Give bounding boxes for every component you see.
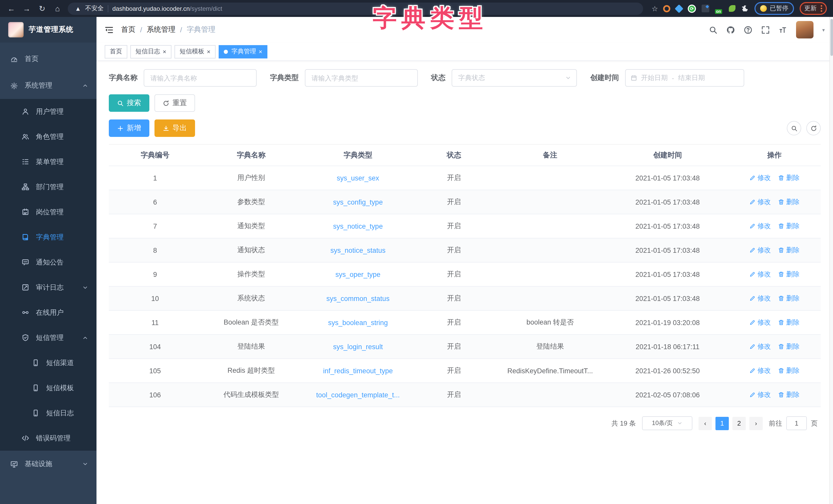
sidebar-item-error-code-management[interactable]: 错误码管理 bbox=[0, 426, 96, 451]
dict-name-input[interactable] bbox=[144, 69, 257, 87]
sidebar-item-infrastructure[interactable]: 基础设施 bbox=[0, 451, 96, 477]
sidebar-item-dict-management[interactable]: 字典管理 bbox=[0, 225, 96, 250]
browser-home-icon[interactable]: ⌂ bbox=[52, 4, 63, 13]
dict-type-link[interactable]: sys_notice_type bbox=[333, 222, 383, 230]
dict-type-link[interactable]: sys_login_result bbox=[333, 343, 383, 350]
tab-home[interactable]: 首页 bbox=[105, 45, 127, 58]
edit-button[interactable]: 修改 bbox=[749, 270, 771, 279]
dict-type-link[interactable]: sys_boolean_string bbox=[328, 319, 388, 326]
add-button[interactable]: 新增 bbox=[109, 120, 149, 137]
help-icon[interactable] bbox=[744, 25, 753, 34]
sidebar-item-sms-management[interactable]: 短信管理 bbox=[0, 325, 96, 350]
font-size-icon[interactable] bbox=[779, 25, 787, 34]
edit-button[interactable]: 修改 bbox=[749, 366, 771, 375]
export-button[interactable]: 导出 bbox=[154, 120, 195, 137]
edit-button[interactable]: 修改 bbox=[749, 246, 771, 255]
browser-back-icon[interactable]: ← bbox=[6, 4, 17, 13]
sidebar-item-sms-log[interactable]: 短信日志 bbox=[0, 400, 96, 426]
page-button-2[interactable]: 2 bbox=[732, 417, 746, 430]
breadcrumb-system[interactable]: 系统管理 bbox=[147, 25, 175, 34]
dict-type-link[interactable]: sys_notice_status bbox=[331, 246, 386, 254]
close-icon[interactable]: × bbox=[259, 48, 262, 55]
dict-type-input[interactable] bbox=[305, 69, 418, 87]
edit-button[interactable]: 修改 bbox=[749, 390, 771, 399]
delete-button[interactable]: 删除 bbox=[778, 366, 800, 375]
delete-button[interactable]: 删除 bbox=[778, 390, 800, 399]
browser-forward-icon[interactable]: → bbox=[22, 4, 32, 13]
edit-button[interactable]: 修改 bbox=[749, 294, 771, 303]
browser-reload-icon[interactable]: ↻ bbox=[37, 4, 47, 13]
avatar-dropdown-caret-icon[interactable]: ▾ bbox=[822, 27, 825, 32]
delete-button[interactable]: 删除 bbox=[778, 318, 800, 327]
fullscreen-icon[interactable] bbox=[761, 25, 770, 34]
sidebar-item-sms-template[interactable]: 短信模板 bbox=[0, 375, 96, 400]
edit-button[interactable]: 修改 bbox=[749, 197, 771, 207]
extension-on-badge-icon[interactable]: on bbox=[715, 4, 723, 12]
search-button[interactable]: 搜索 bbox=[109, 94, 149, 112]
extension-grid-icon[interactable] bbox=[701, 5, 709, 12]
reset-button[interactable]: 重置 bbox=[154, 94, 195, 112]
sidebar-toggle-icon[interactable] bbox=[105, 25, 114, 34]
user-avatar[interactable] bbox=[796, 21, 813, 39]
dict-type-link[interactable]: tool_codegen_template_t... bbox=[316, 391, 400, 399]
delete-button[interactable]: 删除 bbox=[778, 270, 800, 279]
breadcrumb-home[interactable]: 首页 bbox=[121, 25, 136, 34]
sidebar-logo-row[interactable]: 芋道管理系统 bbox=[0, 17, 96, 43]
delete-button[interactable]: 删除 bbox=[778, 246, 800, 255]
extension-leaf-icon[interactable] bbox=[729, 5, 736, 12]
edit-button[interactable]: 修改 bbox=[749, 173, 771, 182]
sidebar-item-user-management[interactable]: 用户管理 bbox=[0, 99, 96, 124]
scrollbar-track[interactable] bbox=[829, 17, 833, 504]
sidebar-item-sms-channel[interactable]: 短信渠道 bbox=[0, 350, 96, 375]
github-icon[interactable] bbox=[726, 25, 735, 34]
browser-menu-icon[interactable] bbox=[821, 5, 822, 12]
scrollbar-thumb[interactable] bbox=[830, 19, 833, 56]
dict-type-link[interactable]: inf_redis_timeout_type bbox=[323, 367, 393, 375]
page-size-select[interactable]: 10条/页 bbox=[642, 416, 692, 430]
sidebar-item-home[interactable]: 首页 bbox=[0, 46, 96, 72]
sidebar-item-dept-management[interactable]: 部门管理 bbox=[0, 174, 96, 199]
goto-page-input[interactable] bbox=[786, 416, 807, 430]
sidebar-item-menu-management[interactable]: 菜单管理 bbox=[0, 149, 96, 174]
dict-type-link[interactable]: sys_oper_type bbox=[335, 271, 381, 278]
extensions-puzzle-icon[interactable] bbox=[741, 5, 749, 12]
extension-green-circle-icon[interactable]: ⟳ bbox=[688, 4, 696, 12]
tab-sms-log[interactable]: 短信日志× bbox=[130, 45, 171, 58]
bookmark-star-icon[interactable]: ☆ bbox=[651, 4, 658, 12]
date-range-picker[interactable]: 开始日期 - 结束日期 bbox=[625, 69, 744, 87]
address-bar[interactable]: ▲ 不安全 dashboard.yudao.iocoder.cn/system/… bbox=[68, 2, 643, 15]
sidebar-item-post-management[interactable]: 岗位管理 bbox=[0, 199, 96, 225]
edit-button[interactable]: 修改 bbox=[749, 222, 771, 231]
edit-button[interactable]: 修改 bbox=[749, 342, 771, 351]
delete-button[interactable]: 删除 bbox=[778, 294, 800, 303]
toggle-search-button[interactable] bbox=[787, 121, 801, 135]
paused-extension-pill[interactable]: 已暂停 bbox=[755, 2, 794, 15]
delete-button[interactable]: 删除 bbox=[778, 197, 800, 207]
delete-button[interactable]: 删除 bbox=[778, 173, 800, 182]
dict-type-link[interactable]: sys_config_type bbox=[333, 198, 383, 206]
sidebar-item-audit-log[interactable]: 审计日志 bbox=[0, 275, 96, 300]
header-search-icon[interactable] bbox=[709, 25, 717, 34]
dict-type-link[interactable]: sys_user_sex bbox=[337, 174, 379, 182]
extension-orange-ring-icon[interactable] bbox=[663, 5, 670, 12]
sidebar-item-role-management[interactable]: 角色管理 bbox=[0, 124, 96, 149]
page-button-1[interactable]: 1 bbox=[715, 417, 729, 430]
status-select[interactable]: 字典状态 bbox=[452, 69, 577, 87]
refresh-table-button[interactable] bbox=[806, 121, 821, 135]
sidebar-item-system-management[interactable]: 系统管理 bbox=[0, 72, 96, 99]
sidebar-item-online-users[interactable]: 在线用户 bbox=[0, 300, 96, 325]
next-page-button[interactable]: › bbox=[749, 417, 763, 430]
close-icon[interactable]: × bbox=[207, 48, 210, 55]
dict-type-link[interactable]: sys_common_status bbox=[327, 295, 389, 302]
close-icon[interactable]: × bbox=[163, 48, 166, 55]
delete-button[interactable]: 删除 bbox=[778, 342, 800, 351]
chrome-update-button[interactable]: 更新 bbox=[800, 2, 827, 15]
tab-dict-management[interactable]: 字典管理× bbox=[219, 45, 267, 58]
tab-sms-template[interactable]: 短信模板× bbox=[174, 45, 216, 58]
sidebar-item-notice-announcement[interactable]: 通知公告 bbox=[0, 250, 96, 275]
delete-button[interactable]: 删除 bbox=[778, 222, 800, 231]
extension-blue-gem-icon[interactable] bbox=[675, 4, 683, 13]
prev-page-button[interactable]: ‹ bbox=[698, 417, 712, 430]
edit-button[interactable]: 修改 bbox=[749, 318, 771, 327]
cell-dict-name: 代码生成模板类型 bbox=[201, 383, 301, 407]
